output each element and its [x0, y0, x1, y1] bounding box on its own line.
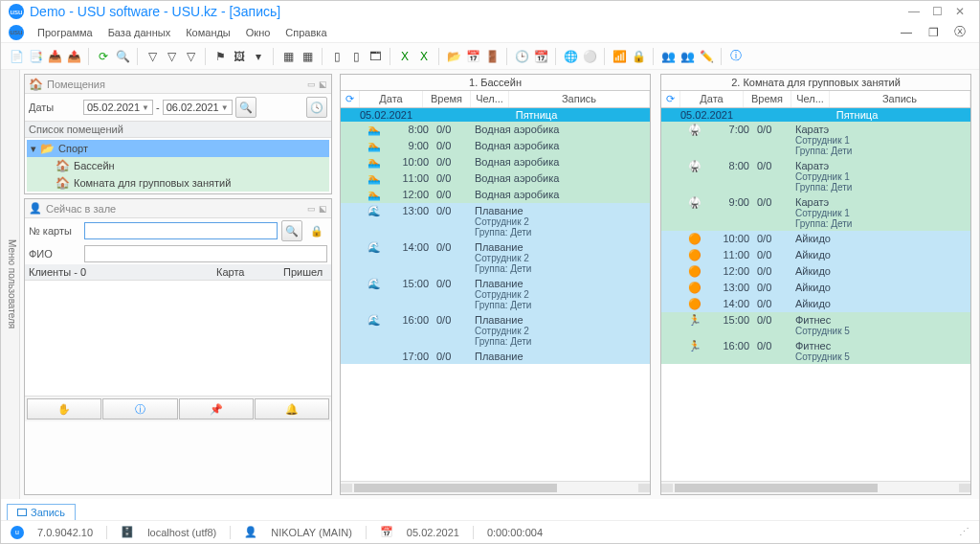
schedule-row[interactable]: 🏊11:000/0Водная аэробика	[341, 170, 650, 187]
user-icon: 👤	[244, 526, 257, 538]
tb-folder-open-icon[interactable]: 📂	[446, 49, 461, 64]
tb-event-icon[interactable]: 📅	[465, 49, 480, 64]
tab-record[interactable]: Запись	[7, 504, 76, 520]
menu-help[interactable]: Справка	[279, 25, 332, 40]
tree-collapse-icon[interactable]: ▾	[31, 143, 36, 155]
tb-grid-icon[interactable]: ▦	[280, 49, 296, 64]
schedule-row[interactable]: 🥋7:000/0КаратэСотрудник 1Группа: Дети	[661, 122, 970, 158]
tb-export-icon[interactable]: 📤	[66, 49, 81, 64]
schedule-row[interactable]: 🟠11:000/0Айкидо	[661, 247, 970, 263]
refresh-column-icon[interactable]: ⟳	[341, 91, 360, 107]
h-scrollbar[interactable]	[341, 481, 650, 494]
schedule-row[interactable]: 🌊14:000/0ПлаваниеСотрудник 2Группа: Дети	[341, 239, 650, 276]
sched1-rows[interactable]: 05.02.2021Пятница🏊8:000/0Водная аэробика…	[341, 108, 650, 481]
clock-dates-button[interactable]: 🕓	[306, 97, 327, 118]
tb-globe-icon[interactable]: 🌐	[563, 49, 578, 64]
tb-flag-icon[interactable]: ⚑	[212, 49, 228, 64]
tb-exit-icon[interactable]: 🚪	[484, 49, 500, 64]
tb-copy-icon[interactable]: 📑	[28, 49, 43, 64]
search-dates-button[interactable]: 🔍	[235, 97, 256, 118]
schedule-row[interactable]: 🟠12:000/0Айкидо	[661, 263, 970, 280]
child-minimize-button[interactable]: —	[895, 24, 918, 41]
user-menu-tab[interactable]: Меню пользователя	[1, 70, 20, 499]
tb-users2-icon[interactable]: 👥	[679, 49, 695, 64]
tb-calendar-icon[interactable]: 📆	[533, 49, 548, 64]
pin-button[interactable]: 📌	[179, 398, 254, 419]
tb-excel2-icon[interactable]: X	[416, 49, 432, 64]
schedule-row[interactable]: 17:000/0Плавание	[341, 349, 650, 364]
menu-program[interactable]: Программа	[32, 25, 99, 40]
date-from-combo[interactable]: 05.02.2021▼	[83, 100, 153, 115]
tb-dropdown-icon[interactable]: ▾	[251, 49, 266, 64]
schedule-row[interactable]: 🌊16:000/0ПлаваниеСотрудник 2Группа: Дети	[341, 312, 650, 349]
schedule-row[interactable]: 🏃15:000/0ФитнесСотрудник 5	[661, 312, 970, 338]
tb-filter-icon[interactable]: ▽	[145, 49, 160, 64]
tb-clock-icon[interactable]: 🕒	[514, 49, 529, 64]
schedule-row[interactable]: 🏊10:000/0Водная аэробика	[341, 154, 650, 170]
schedule-row[interactable]: 🏊12:000/0Водная аэробика	[341, 187, 650, 203]
tb-users1-icon[interactable]: 👥	[660, 49, 676, 64]
tb-image-icon[interactable]: 🖼	[232, 49, 247, 64]
tb-excel-icon[interactable]: X	[397, 49, 412, 64]
tb-layout2-icon[interactable]: ▯	[348, 49, 364, 64]
child-close-button[interactable]: ⓧ	[948, 22, 971, 42]
maximize-button[interactable]: ☐	[925, 5, 948, 18]
refresh-column-icon[interactable]: ⟳	[661, 91, 680, 107]
tb-grid2-icon[interactable]: ▦	[300, 49, 315, 64]
sched2-rows[interactable]: 05.02.2021Пятница🥋7:000/0КаратэСотрудник…	[661, 108, 970, 481]
bell-button[interactable]: 🔔	[255, 398, 329, 419]
schedule-row[interactable]: 🥋8:000/0КаратэСотрудник 1Группа: Дети	[661, 158, 970, 194]
tb-info-icon[interactable]: ⓘ	[728, 49, 744, 64]
status-version: 7.0.9042.10	[37, 527, 93, 538]
tb-save-icon[interactable]: 📥	[47, 49, 62, 64]
tb-lock-icon[interactable]: 🔒	[631, 49, 646, 64]
window-title: Demo - USU software - USU.kz - [Запись]	[30, 4, 280, 19]
schedule-row[interactable]: 🌊15:000/0ПлаваниеСотрудник 2Группа: Дети	[341, 276, 650, 312]
schedule-row[interactable]: 🏃16:000/0ФитнесСотрудник 5	[661, 338, 970, 364]
menu-window[interactable]: Окно	[240, 25, 277, 40]
tree-item-pool[interactable]: 🏠 Бассейн	[27, 157, 329, 174]
tb-new-icon[interactable]: 📄	[9, 49, 24, 64]
statusbar: u 7.0.9042.10 🗄️ localhost (utf8) 👤 NIKO…	[1, 520, 979, 543]
panel-collapse-icon[interactable]: ▭ ⬕	[307, 204, 327, 214]
h-scrollbar[interactable]	[661, 481, 970, 494]
schedule-row[interactable]: 🌊13:000/0ПлаваниеСотрудник 2Группа: Дети	[341, 203, 650, 239]
tb-search-icon[interactable]: 🔍	[115, 49, 130, 64]
tb-layout1-icon[interactable]: ▯	[329, 49, 345, 64]
schedule-row[interactable]: 🟠10:000/0Айкидо	[661, 231, 970, 247]
schedule-row[interactable]: 🟠14:000/0Айкидо	[661, 296, 970, 312]
status-host: localhost (utf8)	[147, 527, 216, 538]
schedule-grouproom: 2. Комната для групповых занятий ⟳ Дата …	[660, 74, 971, 495]
resize-grip-icon[interactable]: ⋰	[959, 526, 969, 538]
status-user: NIKOLAY (MAIN)	[271, 527, 352, 538]
tree-item-grouproom[interactable]: 🏠 Комната для групповых занятий	[27, 174, 329, 192]
schedule-row[interactable]: 🏊8:000/0Водная аэробика	[341, 122, 650, 138]
menu-database[interactable]: База данных	[102, 25, 177, 40]
tb-filter3-icon[interactable]: ▽	[183, 49, 198, 64]
tb-ball-icon[interactable]: ⚪	[582, 49, 597, 64]
tb-brush-icon[interactable]: ✏️	[699, 49, 714, 64]
tree-root-sport[interactable]: ▾ Спорт	[27, 140, 329, 157]
menu-commands[interactable]: Команды	[180, 25, 236, 40]
minimize-button[interactable]: —	[902, 5, 925, 18]
tb-refresh-icon[interactable]: ⟳	[96, 49, 111, 64]
hand-button[interactable]: ✋	[27, 398, 101, 419]
clients-list[interactable]	[25, 281, 331, 396]
tb-rss-icon[interactable]: 📶	[612, 49, 627, 64]
schedule-row[interactable]: 🥋9:000/0КаратэСотрудник 1Группа: Дети	[661, 194, 970, 231]
child-restore-button[interactable]: ❐	[922, 24, 945, 41]
schedule-row[interactable]: 🏊9:000/0Водная аэробика	[341, 138, 650, 154]
sched2-title: 2. Комната для групповых занятий	[661, 75, 970, 91]
lock-button[interactable]: 🔒	[306, 220, 327, 241]
info-button[interactable]: ⓘ	[102, 398, 177, 419]
schedule-row[interactable]: 🟠13:000/0Айкидо	[661, 280, 970, 296]
search-card-button[interactable]: 🔍	[281, 220, 302, 241]
tb-filter-clear-icon[interactable]: ▽	[164, 49, 179, 64]
person-icon: 👤	[29, 202, 42, 215]
close-button[interactable]: ✕	[948, 5, 971, 18]
fio-input[interactable]	[84, 245, 327, 262]
panel-collapse-icon[interactable]: ▭ ⬕	[307, 79, 327, 89]
tb-window-icon[interactable]: 🗔	[368, 49, 383, 64]
date-to-combo[interactable]: 06.02.2021▼	[163, 100, 233, 115]
card-number-input[interactable]	[84, 222, 278, 239]
